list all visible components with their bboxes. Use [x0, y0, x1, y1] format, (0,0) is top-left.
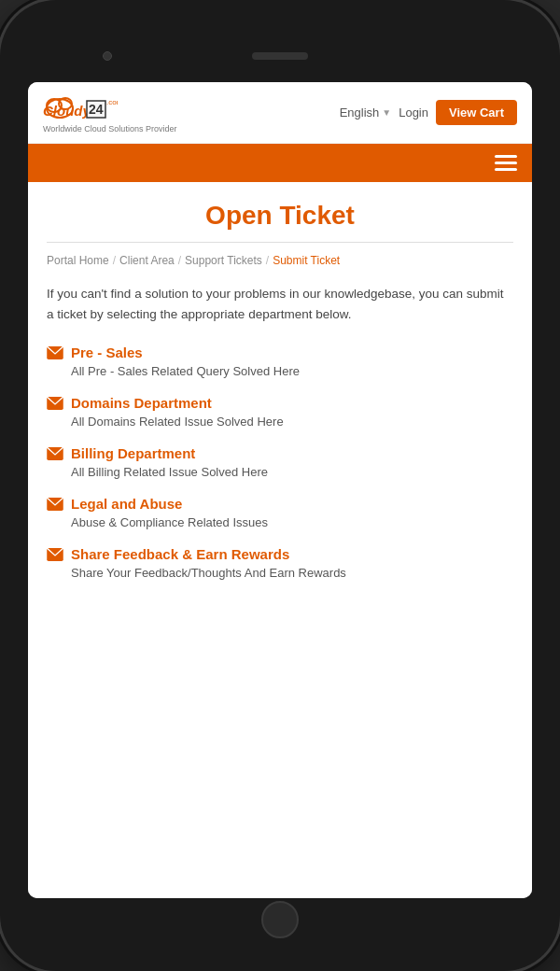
phone-screen: Cloudy 24 .com Worldwide Cloud Solutions… — [28, 82, 532, 898]
department-description-0: All Pre - Sales Related Query Solved Her… — [47, 364, 513, 378]
mail-icon — [47, 447, 63, 460]
department-title-3[interactable]: Legal and Abuse — [47, 496, 513, 512]
department-item: Legal and Abuse Abuse & Compliance Relat… — [47, 496, 513, 529]
breadcrumb: Portal Home / Client Area / Support Tick… — [47, 254, 513, 267]
intro-text: If you can't find a solution to your pro… — [47, 284, 513, 324]
mail-icon — [47, 548, 63, 561]
department-title-0[interactable]: Pre - Sales — [47, 345, 513, 360]
department-item: Pre - Sales All Pre - Sales Related Quer… — [47, 345, 513, 378]
title-divider — [47, 242, 513, 243]
page-title: Open Ticket — [47, 201, 513, 231]
dropdown-arrow-icon: ▼ — [382, 107, 391, 118]
main-content: Open Ticket Portal Home / Client Area / … — [28, 182, 532, 898]
department-title-2[interactable]: Billing Department — [47, 445, 513, 461]
department-item: Billing Department All Billing Related I… — [47, 445, 513, 479]
department-description-3: Abuse & Compliance Related Issues — [47, 515, 513, 529]
svg-text:Cloudy: Cloudy — [43, 103, 91, 119]
header: Cloudy 24 .com Worldwide Cloud Solutions… — [28, 82, 532, 144]
logo: Cloudy 24 .com Worldwide Cloud Solutions… — [43, 91, 176, 134]
logo-tagline: Worldwide Cloud Solutions Provider — [43, 124, 176, 134]
department-title-1[interactable]: Domains Department — [47, 395, 513, 411]
department-description-1: All Domains Related Issue Solved Here — [47, 415, 513, 429]
login-button[interactable]: Login — [399, 106, 428, 120]
phone-top — [28, 37, 532, 75]
mail-icon — [47, 346, 63, 359]
department-item: Domains Department All Domains Related I… — [47, 395, 513, 429]
camera — [103, 51, 112, 61]
breadcrumb-support-tickets[interactable]: Support Tickets — [185, 254, 262, 267]
view-cart-button[interactable]: View Cart — [436, 100, 517, 125]
department-description-4: Share Your Feedback/Thoughts And Earn Re… — [47, 566, 513, 580]
department-title-4[interactable]: Share Feedback & Earn Rewards — [47, 546, 513, 562]
language-button[interactable]: English ▼ — [340, 106, 392, 120]
hamburger-menu-button[interactable] — [495, 155, 517, 171]
breadcrumb-portal-home[interactable]: Portal Home — [47, 254, 109, 267]
phone-bottom — [28, 906, 532, 934]
department-list: Pre - Sales All Pre - Sales Related Quer… — [47, 345, 513, 580]
svg-text:.com: .com — [106, 98, 118, 106]
svg-text:24: 24 — [89, 102, 104, 117]
department-item: Share Feedback & Earn Rewards Share Your… — [47, 546, 513, 580]
header-right: English ▼ Login View Cart — [340, 100, 517, 125]
breadcrumb-client-area[interactable]: Client Area — [119, 254, 175, 267]
phone-frame: Cloudy 24 .com Worldwide Cloud Solutions… — [0, 0, 560, 971]
nav-bar — [28, 144, 532, 182]
breadcrumb-submit-ticket: Submit Ticket — [273, 254, 340, 267]
speaker — [252, 52, 308, 60]
department-description-2: All Billing Related Issue Solved Here — [47, 465, 513, 479]
logo-svg: Cloudy 24 .com — [43, 91, 118, 123]
mail-icon — [47, 498, 63, 511]
home-button[interactable] — [261, 901, 299, 938]
mail-icon — [47, 397, 63, 410]
